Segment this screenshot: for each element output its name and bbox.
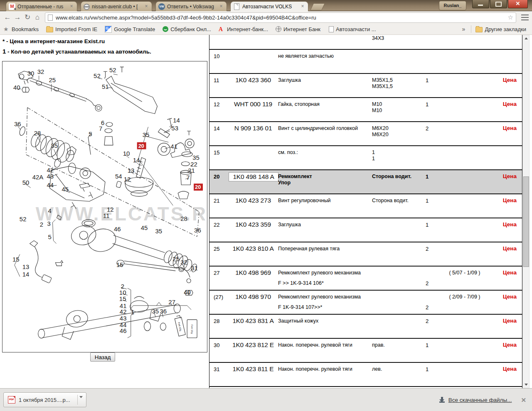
bookmark-imported-ie[interactable]: Imported From IE — [46, 26, 97, 32]
callout-number[interactable]: 36 — [160, 308, 167, 315]
callout-number[interactable]: 51 — [102, 83, 109, 90]
callout-number[interactable]: 13 — [22, 263, 30, 270]
callout-number[interactable]: 3 — [47, 220, 51, 227]
table-row[interactable]: 10не является запчастью — [209, 50, 522, 74]
callout-number[interactable]: 42A — [32, 174, 44, 181]
callout-number[interactable]: 32 — [180, 259, 187, 266]
callout-number[interactable]: 7 — [186, 174, 190, 181]
callout-number[interactable]: 11 — [103, 212, 110, 219]
bookmark-autoparts[interactable]: Автозапчасти ... — [328, 26, 376, 32]
bookmark-sberbank[interactable]: Сбербанк Онл... — [163, 26, 211, 32]
bookmark-star-icon[interactable]: ☆ — [508, 14, 513, 21]
callout-number[interactable]: 46 — [120, 327, 127, 334]
callout-number[interactable]: 45 — [62, 186, 69, 193]
bookmark-internet-bank[interactable]: Интернет Банк — [276, 26, 320, 32]
callout-number[interactable]: 27 — [168, 298, 175, 306]
callout-number[interactable]: 21 — [188, 167, 195, 174]
callout-number[interactable]: 52 — [109, 66, 116, 73]
part-number[interactable]: 1K0 423 812 E — [229, 341, 278, 349]
price-link[interactable]: Цена — [503, 318, 517, 324]
table-row[interactable]: 301K0 423 812 EНакон. поперечн. рулевой … — [209, 339, 522, 363]
parts-diagram[interactable]: WWW.ELCATS.RU — [2, 61, 207, 352]
tab-nissan[interactable]: nissan-avenir.club • [ × — [81, 1, 152, 11]
price-link[interactable]: Цена — [503, 342, 517, 348]
menu-icon[interactable] — [520, 14, 530, 21]
callout-number[interactable]: 50 — [22, 179, 30, 186]
callout-number[interactable]: 28 — [180, 215, 187, 222]
callout-number[interactable]: 36 — [14, 120, 21, 127]
callout-number[interactable]: 35 — [155, 228, 163, 235]
callout-number[interactable]: 15 — [12, 256, 20, 263]
table-row[interactable]: 251K0 423 810 AПоперечная рулевая тяга2Ц… — [209, 242, 522, 267]
url-text[interactable]: www.elcats.ru/vw/scheme.aspx?model=5a55b… — [56, 15, 505, 21]
reload-icon[interactable]: ↻ — [22, 12, 32, 22]
part-number[interactable]: 1K0 423 831 A — [229, 317, 278, 325]
table-row[interactable]: 201K0 498 148 AРемкомплектУпорСторона во… — [209, 170, 522, 194]
scroll-up-arrow-icon[interactable] — [523, 35, 529, 42]
callout-number[interactable]: 45 — [141, 224, 148, 231]
callout-number[interactable]: 52 — [94, 72, 101, 79]
callout-number-highlighted[interactable]: 20 — [137, 142, 146, 149]
table-row[interactable]: 111K0 423 360ЗаглушкаM35X1,5M35X1,51Цена — [209, 74, 522, 98]
close-icon[interactable]: × — [218, 4, 224, 10]
callout-number[interactable]: 43 — [120, 315, 127, 322]
callout-number[interactable]: 35 — [51, 142, 58, 149]
callout-number[interactable]: 32 — [37, 68, 44, 75]
part-number[interactable]: 1K0 423 273 — [229, 197, 278, 204]
callout-number[interactable]: 35 — [152, 308, 159, 315]
table-row[interactable]: 221K0 423 359Заглушка1Цена — [209, 218, 522, 242]
scroll-down-arrow-icon[interactable] — [523, 381, 529, 388]
home-icon[interactable]: ⌂ — [32, 12, 42, 22]
price-link[interactable]: Цена — [503, 125, 517, 131]
price-link[interactable]: Цена — [503, 294, 517, 300]
new-tab-button[interactable] — [310, 3, 325, 10]
part-number[interactable]: 1K0 498 148 A — [229, 172, 278, 181]
callout-number[interactable]: 1 — [131, 308, 134, 316]
callout-number[interactable]: 14 — [22, 271, 30, 278]
bookmarks-overflow-chevron[interactable]: » — [462, 26, 466, 32]
callout-number[interactable]: 25 — [49, 76, 56, 83]
callout-number[interactable]: 53 — [171, 125, 178, 132]
callout-number[interactable]: 25 — [172, 255, 180, 262]
callout-number[interactable]: 13 — [128, 167, 135, 174]
profile-button[interactable]: Ruslan_ — [439, 1, 466, 10]
close-icon[interactable]: × — [300, 4, 305, 10]
close-window-button[interactable] — [508, 0, 528, 8]
table-row[interactable]: 15см. поз.:11 — [209, 146, 522, 170]
callout-number[interactable]: 14 — [133, 157, 140, 164]
table-row[interactable]: 281K0 423 831 AЗащитный кожух2Цена — [209, 315, 522, 339]
all-downloads-link[interactable]: Все скачанные файлы... — [448, 397, 512, 403]
part-number[interactable]: WHT 000 119 — [229, 100, 278, 108]
part-number[interactable]: 1K0 423 811 E — [229, 365, 278, 373]
bookmark-internet-bank-alfa[interactable]: Интернет-банк... — [219, 26, 268, 32]
part-number[interactable]: 1K0 423 810 A — [229, 245, 278, 252]
callout-number[interactable]: 40 — [184, 289, 191, 296]
part-number[interactable]: 1K0 498 970 — [229, 293, 278, 301]
vertical-scrollbar[interactable] — [523, 35, 530, 388]
table-row[interactable]: 271K0 498 969Ремкомплект рулевого механи… — [209, 267, 522, 291]
part-number[interactable]: 1K0 498 969 — [229, 269, 278, 276]
bookmark-bookmarks[interactable]: Bookmarks — [3, 26, 39, 32]
price-link[interactable]: Цена — [503, 221, 517, 228]
price-link[interactable]: Цена — [503, 173, 517, 179]
callout-number[interactable]: 31 — [191, 264, 198, 272]
close-icon[interactable]: × — [143, 4, 149, 10]
table-row[interactable]: 14N 909 136 01Винт с цилиндрической голо… — [209, 122, 522, 146]
callout-number[interactable]: 35 — [192, 154, 200, 161]
callout-number[interactable]: 44 — [47, 181, 54, 188]
callout-number[interactable]: 15 — [119, 295, 126, 302]
callout-number[interactable]: 14 — [173, 117, 180, 124]
callout-number[interactable]: 10 — [123, 150, 130, 157]
minimize-button[interactable] — [472, 0, 489, 8]
chevron-down-icon[interactable] — [79, 396, 83, 398]
callout-number[interactable]: 30 — [27, 70, 34, 77]
callout-number[interactable]: 7 — [99, 125, 102, 132]
other-bookmarks[interactable]: Другие закладки — [475, 26, 526, 32]
callout-number[interactable]: 54 — [115, 173, 122, 180]
price-link[interactable]: Цена — [503, 77, 517, 83]
callout-number[interactable]: 4 — [48, 207, 52, 214]
table-row[interactable]: 311K0 423 811 EНакон. поперечн. рулевой … — [209, 363, 522, 387]
back-icon[interactable]: ← — [2, 12, 12, 22]
callout-number[interactable]: 35 — [143, 131, 150, 138]
part-number[interactable]: 1K0 423 360 — [229, 76, 278, 84]
